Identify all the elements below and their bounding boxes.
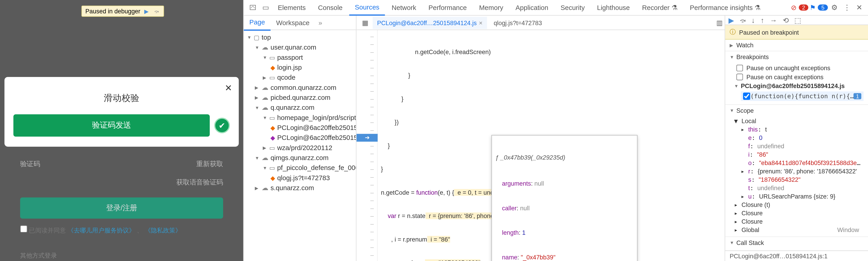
- breakpoint-line[interactable]: (function(e){function n(r){if(… 1: [741, 91, 864, 101]
- tree-file[interactable]: ◆PCLogin@6ac20ffeb2501589: [244, 123, 356, 133]
- scope-local[interactable]: ▼ Local: [725, 117, 868, 125]
- tree-domain[interactable]: ▼☁user.qunar.com: [244, 42, 356, 52]
- resend-button[interactable]: 重新获取: [196, 160, 223, 169]
- scope-var[interactable]: f: undefined: [725, 142, 868, 150]
- more-icon[interactable]: ⋮: [841, 3, 853, 12]
- paused-label: Paused in debugger: [85, 8, 140, 14]
- tos-link[interactable]: 《去哪儿用户服务协议》: [68, 227, 135, 234]
- tab-application[interactable]: Application: [510, 0, 554, 15]
- uncaught-checkbox[interactable]: [736, 65, 743, 71]
- step-into-icon[interactable]: ↓: [751, 16, 755, 24]
- deactivate-breakpoints-icon[interactable]: ⟲: [783, 16, 789, 24]
- captcha-modal: ✕ 滑动校验 验证码发送 ✔: [4, 77, 239, 147]
- toggle-sidebar-icon[interactable]: ▥: [714, 19, 725, 27]
- callstack-section[interactable]: ▼Call Stack: [725, 237, 868, 248]
- tab-elements[interactable]: Elements: [272, 0, 311, 15]
- breakpoints-section[interactable]: ▼Breakpoints: [725, 51, 868, 62]
- close-tab-icon[interactable]: ×: [479, 19, 483, 26]
- sources-file-tree: Page Workspace » ▼▢top ▼☁user.qunar.com …: [244, 16, 356, 261]
- code-editor: ▦ PCLogin@6ac20ff…25015894124.js× qlogj.…: [356, 16, 725, 261]
- other-login-label: 其他方式登录: [4, 241, 239, 261]
- dimmed-form: 验证码 重新获取 获取语音验证码 登录/注册 已阅读并同意 《去哪儿用户服务协议…: [4, 143, 239, 261]
- scope-global[interactable]: ▸ GlobalWindow: [725, 226, 868, 234]
- tab-sources[interactable]: Sources: [349, 0, 385, 16]
- agree-row: 已阅读并同意 《去哪儿用户服务协议》 、 《隐私政策》: [4, 219, 239, 241]
- tree-folder[interactable]: ▼▭passport: [244, 53, 356, 62]
- object-hover-popup: ƒ _0x47bb39(_0x29235d) arguments: null c…: [492, 135, 638, 261]
- tab-performance[interactable]: Performance: [423, 0, 472, 15]
- scope-var[interactable]: e: 0: [725, 134, 868, 142]
- settings-icon[interactable]: ⚙: [829, 3, 840, 12]
- tree-file[interactable]: ◆PCLogin@6ac20ffeb2501589: [244, 133, 356, 143]
- watch-section[interactable]: ▶Watch: [725, 39, 868, 51]
- page-content: Paused in debugger ▶ ⤼ ✕ 滑动校验 验证码发送 ✔ 验证…: [0, 0, 243, 261]
- subtab-workspace[interactable]: Workspace: [271, 16, 315, 30]
- tree-domain[interactable]: ▼☁q.qunarzz.com: [244, 103, 356, 113]
- tab-console[interactable]: Console: [312, 0, 348, 15]
- resume-button-icon[interactable]: ▶: [728, 16, 734, 24]
- scope-var[interactable]: ▸ r: {prenum: '86', phone: '18766654322': [725, 167, 868, 176]
- tree-domain[interactable]: ▶☁picbed.qunarzz.com: [244, 93, 356, 103]
- check-icon: ✔: [214, 118, 230, 133]
- tab-memory[interactable]: Memory: [473, 0, 509, 15]
- scope-var[interactable]: o: "eba84411d807ef4b05f3921588d3e032": [725, 159, 868, 167]
- resume-icon[interactable]: ▶: [143, 7, 150, 15]
- send-code-button[interactable]: 验证码发送: [13, 114, 210, 137]
- scope-var[interactable]: ▸ u: URLSearchParams {size: 9}: [725, 193, 868, 201]
- agree-checkbox[interactable]: [20, 225, 27, 232]
- tree-folder[interactable]: ▼▭pf_piccolo_defense_fe_0001: [244, 163, 356, 173]
- devtools-tabs: ⮹ ▭ Elements Console Sources Network Per…: [244, 0, 868, 16]
- step-out-icon[interactable]: ↑: [761, 16, 764, 24]
- voice-code-link[interactable]: 获取语音验证码: [4, 178, 239, 197]
- tab-network[interactable]: Network: [386, 0, 422, 15]
- close-icon[interactable]: ✕: [225, 83, 232, 93]
- popup-header: ƒ _0x47bb39(_0x29235d): [495, 153, 634, 161]
- device-icon[interactable]: ▭: [260, 3, 271, 12]
- breakpoint-file[interactable]: ▼PCLogin@6ac20ffeb25015894124.js: [725, 82, 868, 90]
- info-icon: ⓘ: [730, 28, 736, 36]
- tree-file[interactable]: ◆qlogj.js?t=472783: [244, 173, 356, 183]
- tree-folder[interactable]: ▼▭homepage_login/prd/scripts: [244, 113, 356, 123]
- login-button[interactable]: 登录/注册: [20, 197, 223, 219]
- info-badge[interactable]: ⚑: [810, 4, 816, 11]
- scope-var[interactable]: ▸ this: t: [725, 125, 868, 134]
- tree-folder[interactable]: ▶▭qcode: [244, 72, 356, 82]
- scope-closure[interactable]: ▸ Closure: [725, 209, 868, 218]
- tab-perf-insights[interactable]: Performance insights ⚗: [684, 0, 766, 15]
- step-over-icon[interactable]: ⤼: [740, 16, 746, 24]
- editor-tab[interactable]: qlogj.js?t=472783: [489, 17, 547, 29]
- privacy-link[interactable]: 《隐私政策》: [145, 227, 182, 234]
- paused-in-debugger-pill: Paused in debugger ▶ ⤼: [82, 6, 164, 17]
- close-devtools-icon[interactable]: ✕: [854, 3, 865, 12]
- inspect-icon[interactable]: ⮹: [247, 3, 259, 12]
- tree-top[interactable]: ▼▢top: [244, 32, 356, 42]
- subtab-page[interactable]: Page: [244, 15, 271, 30]
- tree-domain[interactable]: ▼☁qimgs.qunarzz.com: [244, 153, 356, 163]
- code-input-placeholder[interactable]: 验证码: [20, 160, 40, 169]
- error-badge[interactable]: ⊘: [791, 4, 797, 11]
- scope-var[interactable]: s: "18766654322": [725, 176, 868, 184]
- tree-file[interactable]: ◆login.jsp: [244, 62, 356, 72]
- tree-domain[interactable]: ▶☁common.qunarzz.com: [244, 83, 356, 93]
- scope-closure[interactable]: ▸ Closure (t): [725, 201, 868, 209]
- tab-security[interactable]: Security: [555, 0, 590, 15]
- debugger-sidebar: ▶ ⤼ ↓ ↑ → ⟲ ⬚ ⓘ Paused on breakpoint ▶Wa…: [725, 16, 868, 261]
- tree-folder[interactable]: ▶▭wza/prd/20220112: [244, 143, 356, 153]
- editor-tab-active[interactable]: PCLogin@6ac20ff…25015894124.js×: [373, 17, 487, 29]
- debugger-toolbar: ▶ ⤼ ↓ ↑ → ⟲ ⬚: [725, 16, 868, 25]
- step-icon[interactable]: →: [770, 16, 777, 24]
- tree-domain[interactable]: ▶☁s.qunarzz.com: [244, 183, 356, 193]
- scope-closure[interactable]: ▸ Closure: [725, 218, 868, 226]
- step-over-icon[interactable]: ⤼: [153, 7, 160, 15]
- scope-var[interactable]: i: "86": [725, 150, 868, 159]
- tab-recorder[interactable]: Recorder ⚗: [637, 0, 683, 15]
- caught-checkbox[interactable]: [736, 74, 743, 80]
- subtab-more-icon[interactable]: »: [315, 16, 326, 30]
- pause-exceptions-icon[interactable]: ⬚: [794, 16, 801, 24]
- breakpoint-checkbox[interactable]: [743, 93, 750, 100]
- scope-section[interactable]: ▼Scope: [725, 105, 868, 116]
- code-area[interactable]: ➔ –––––––––––––––––––––––––––––– n.getCo…: [356, 30, 725, 261]
- tab-lighthouse[interactable]: Lighthouse: [591, 0, 636, 15]
- scope-var[interactable]: t: undefined: [725, 184, 868, 193]
- devtools-panel: ⮹ ▭ Elements Console Sources Network Per…: [243, 0, 868, 261]
